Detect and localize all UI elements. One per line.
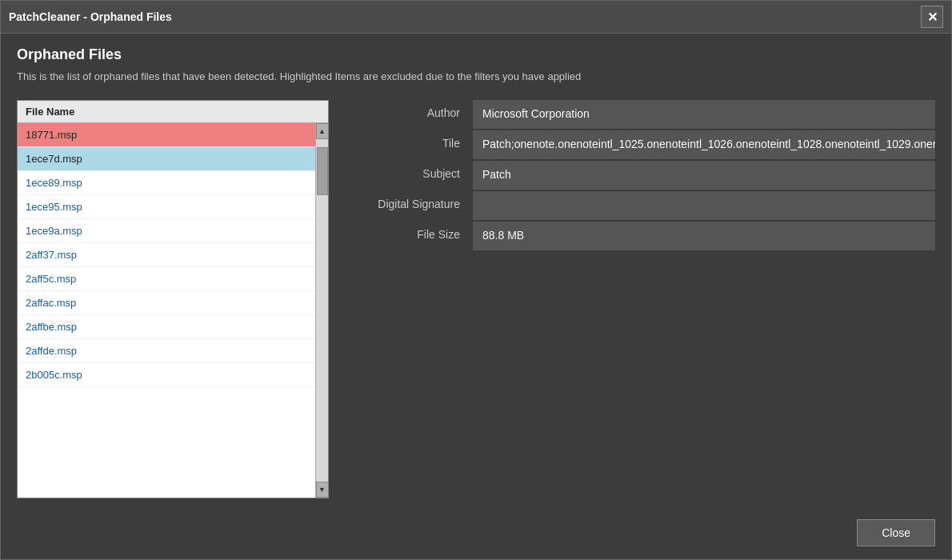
list-item[interactable]: 1ece95.msp (18, 195, 315, 219)
scroll-down-button[interactable]: ▼ (316, 482, 329, 498)
tile-label: Tile (345, 130, 473, 156)
file-size-label: File Size (345, 222, 473, 247)
page-description: This is the list of orphaned files that … (17, 70, 935, 84)
footer: Close (1, 511, 951, 559)
file-list-scroll-area: 18771.msp1ece7d.msp1ece89.msp1ece95.msp1… (18, 123, 328, 498)
scroll-thumb[interactable] (317, 147, 328, 195)
scrollbar[interactable]: ▲ ▼ (315, 123, 328, 498)
list-item[interactable]: 1ece89.msp (18, 171, 315, 195)
list-item[interactable]: 2aff5c.msp (18, 267, 315, 291)
window-title: PatchCleaner - Orphaned Files (9, 10, 172, 23)
file-list-header: File Name (18, 101, 328, 123)
dialog-window: PatchCleaner - Orphaned Files ✕ Orphaned… (0, 0, 952, 560)
file-list: 18771.msp1ece7d.msp1ece89.msp1ece95.msp1… (18, 123, 315, 498)
list-item[interactable]: 1ece7d.msp (18, 147, 315, 171)
list-item[interactable]: 2b005c.msp (18, 363, 315, 387)
tile-value: Patch;onenote.onenoteintl_1025.onenotein… (473, 130, 935, 159)
digital-signature-value (473, 191, 935, 220)
main-panel: File Name 18771.msp1ece7d.msp1ece89.msp1… (17, 100, 935, 498)
subject-label: Subject (345, 161, 473, 186)
content-area: Orphaned Files This is the list of orpha… (1, 34, 951, 511)
list-item[interactable]: 2affde.msp (18, 339, 315, 363)
list-item[interactable]: 2affbe.msp (18, 315, 315, 339)
list-item[interactable]: 2aff37.msp (18, 243, 315, 267)
page-heading: Orphaned Files (17, 46, 935, 63)
digital-signature-row: Digital Signature (345, 191, 935, 220)
scroll-track (316, 139, 329, 482)
digital-signature-label: Digital Signature (345, 191, 473, 217)
window-close-button[interactable]: ✕ (921, 6, 943, 28)
file-size-value: 88.8 MB (473, 222, 935, 250)
file-list-container: File Name 18771.msp1ece7d.msp1ece89.msp1… (17, 100, 329, 498)
list-item[interactable]: 18771.msp (18, 123, 315, 147)
subject-row: Subject Patch (345, 161, 935, 190)
subject-value: Patch (473, 161, 935, 190)
list-item[interactable]: 2affac.msp (18, 291, 315, 315)
list-item[interactable]: 1ece9a.msp (18, 219, 315, 243)
close-dialog-button[interactable]: Close (857, 519, 935, 546)
author-label: Author (345, 100, 473, 126)
file-name-column-header: File Name (26, 106, 74, 118)
author-value: Microsoft Corporation (473, 100, 935, 129)
details-panel: Author Microsoft Corporation Tile Patch;… (345, 100, 935, 498)
tile-row: Tile Patch;onenote.onenoteintl_1025.onen… (345, 130, 935, 159)
title-bar: PatchCleaner - Orphaned Files ✕ (1, 1, 951, 34)
author-row: Author Microsoft Corporation (345, 100, 935, 129)
scroll-up-button[interactable]: ▲ (316, 123, 329, 139)
file-size-row: File Size 88.8 MB (345, 222, 935, 250)
